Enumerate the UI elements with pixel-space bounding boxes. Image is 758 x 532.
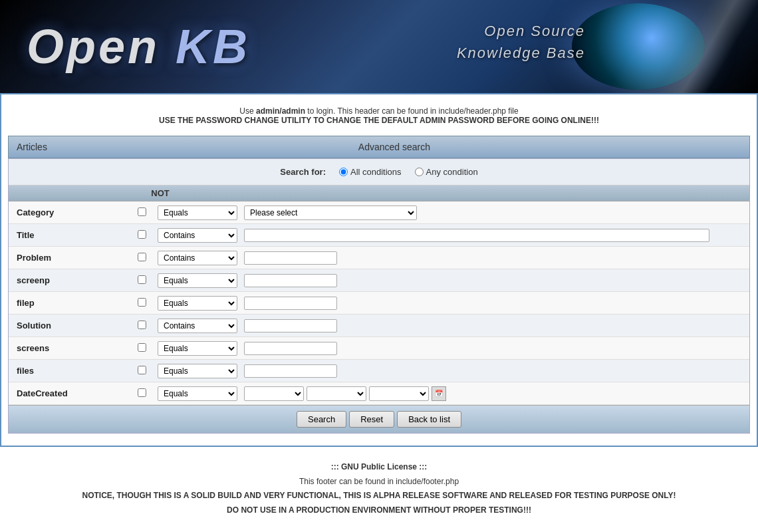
all-conditions-label: All conditions [350,167,402,177]
operator-select-problem[interactable]: Contains Equals Starts with [158,251,237,265]
operator-select-category[interactable]: Equals [158,205,237,220]
field-row-datecreated: DateCreated Equals Before After Between [9,382,749,405]
action-row: Search Reset Back to list [9,405,749,433]
field-not-category [128,207,155,218]
field-not-screenp [128,275,155,286]
footer-line2: This footer can be found in include/foot… [7,475,751,489]
category-value-select[interactable]: Please select [244,205,417,220]
field-name-filep: filep [9,295,128,311]
banner-title: Open KB [27,20,250,73]
field-name-datecreated: DateCreated [9,386,128,401]
field-operator-datecreated: Equals Before After Between [155,385,241,402]
operator-select-solution[interactable]: Contains Equals Starts with [158,319,237,333]
all-conditions-option[interactable]: All conditions [339,167,402,177]
field-not-datecreated [128,388,155,399]
field-not-problem [128,253,155,263]
header-banner: Open KB Open Source Knowledge Base [0,0,758,93]
operator-select-screens[interactable]: Equals [158,341,237,356]
problem-value-input[interactable] [244,251,337,265]
field-name-screens: screens [9,340,128,356]
calendar-icon: 📅 [435,390,443,397]
any-condition-label: Any condition [426,167,478,177]
info-bar: Use admin/admin to login. This header ca… [8,101,750,130]
not-checkbox-filep[interactable] [138,298,146,307]
files-value-input[interactable] [244,364,337,378]
field-operator-title: Contains Equals Starts with [155,227,241,244]
field-value-solution [241,318,723,334]
info-line1: Use admin/admin to login. This header ca… [13,106,745,116]
title-value-input[interactable] [244,229,709,242]
any-condition-radio[interactable] [415,168,424,176]
not-checkbox-files[interactable] [138,366,146,374]
field-not-title [128,230,155,241]
not-checkbox-screenp[interactable] [138,275,146,284]
banner-subtitle-line1: Open Source [457,20,585,42]
field-operator-filep: Equals [155,295,241,312]
footer-license: ::: GNU Public License ::: [7,460,751,475]
not-checkbox-solution[interactable] [138,321,146,329]
operator-select-datecreated[interactable]: Equals Before After Between [158,386,237,401]
search-form-container: Search for: All conditions Any condition… [8,158,750,434]
content-area: Articles Advanced search Search for: All… [8,136,750,434]
operator-select-title[interactable]: Contains Equals Starts with [158,228,237,243]
search-for-label: Search for: [280,167,326,177]
operator-select-files[interactable]: Equals [158,364,237,378]
field-row-problem: Problem Contains Equals Starts with [9,247,749,269]
search-button[interactable]: Search [297,411,346,428]
not-checkbox-problem[interactable] [138,253,146,261]
field-row-solution: Solution Contains Equals Starts with [9,315,749,337]
calendar-button[interactable]: 📅 [432,386,446,401]
field-row-filep: filep Equals [9,292,749,315]
field-operator-solution: Contains Equals Starts with [155,317,241,334]
all-conditions-radio[interactable] [339,168,348,176]
not-checkbox-datecreated[interactable] [138,388,146,397]
date-year-select[interactable] [369,386,429,401]
screens-value-input[interactable] [244,342,337,355]
field-row-screenp: screenp Equals [9,269,749,292]
any-condition-option[interactable]: Any condition [415,167,478,177]
not-checkbox-category[interactable] [138,207,146,216]
field-operator-screens: Equals [155,340,241,357]
solution-value-input[interactable] [244,319,337,332]
main-wrapper: Use admin/admin to login. This header ca… [0,93,758,447]
not-label: NOT [147,188,174,198]
field-value-files [241,363,723,379]
banner-text-area: Open KB [27,23,250,70]
field-value-problem [241,250,723,266]
field-not-screens [128,343,155,354]
date-day-select[interactable] [307,386,366,401]
field-operator-problem: Contains Equals Starts with [155,249,241,267]
field-operator-screenp: Equals [155,272,241,289]
operator-select-screenp[interactable]: Equals [158,273,237,288]
field-name-screenp: screenp [9,273,128,288]
filep-value-input[interactable] [244,297,337,310]
field-operator-category: Equals [155,204,241,221]
field-not-files [128,366,155,376]
screenp-value-input[interactable] [244,274,337,287]
not-checkbox-title[interactable] [138,230,146,239]
footer-line4: DO NOT USE IN A PRODUCTION ENVIRONMENT W… [7,503,751,518]
field-name-solution: Solution [9,318,128,333]
field-operator-files: Equals [155,362,241,380]
footer: ::: GNU Public License ::: This footer c… [0,447,758,531]
field-name-category: Category [9,205,128,220]
info-warning: USE THE PASSWORD CHANGE UTILITY TO CHANG… [13,116,745,125]
date-month-select[interactable]: JanFebMar AprMayJun JulAugSep OctNovDec [244,386,304,401]
reset-button[interactable]: Reset [349,411,394,428]
field-row-screens: screens Equals [9,337,749,360]
field-value-datecreated: JanFebMar AprMayJun JulAugSep OctNovDec … [241,385,723,402]
back-to-list-button[interactable]: Back to list [397,411,461,428]
footer-line3: NOTICE, THOUGH THIS IS A SOLID BUILD AND… [7,489,751,503]
not-header-row: NOT [9,186,749,201]
field-row-files: files Equals [9,360,749,382]
field-row-category: Category Equals Please select [9,201,749,224]
field-value-screens [241,340,723,356]
operator-select-filep[interactable]: Equals [158,296,237,311]
search-for-row: Search for: All conditions Any condition [9,159,749,186]
not-checkbox-screens[interactable] [138,343,146,352]
banner-subtitle: Open Source Knowledge Base [457,20,585,64]
banner-subtitle-line2: Knowledge Base [457,42,585,64]
field-value-title [241,227,723,243]
field-not-solution [128,321,155,331]
field-name-problem: Problem [9,250,128,265]
